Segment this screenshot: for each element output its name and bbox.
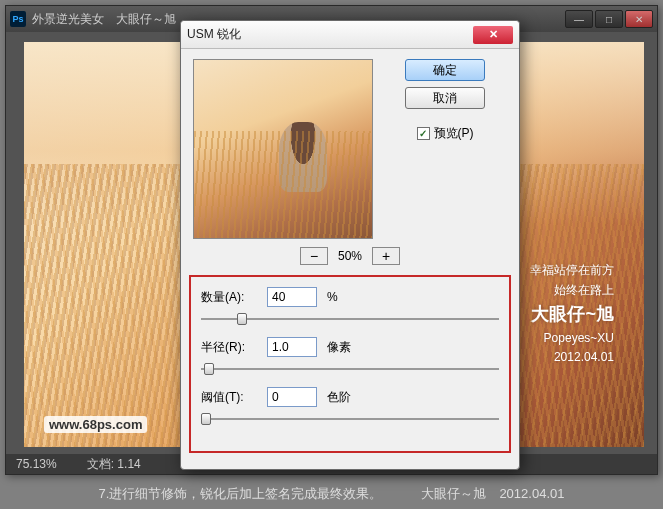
threshold-slider[interactable]: [201, 411, 499, 427]
photoshop-icon: Ps: [10, 11, 26, 27]
dialog-close-button[interactable]: ✕: [473, 26, 513, 44]
cancel-button[interactable]: 取消: [405, 87, 485, 109]
zoom-in-button[interactable]: +: [372, 247, 400, 265]
amount-slider[interactable]: [201, 311, 499, 327]
zoom-out-button[interactable]: −: [300, 247, 328, 265]
ok-button[interactable]: 确定: [405, 59, 485, 81]
watermark: www.68ps.com: [44, 416, 147, 433]
amount-label: 数量(A):: [201, 289, 261, 306]
radius-unit: 像素: [327, 339, 351, 356]
image-signature: 幸福站停在前方 始终在路上 大眼仔~旭 Popeyes~XU 2012.04.0…: [530, 261, 614, 367]
amount-unit: %: [327, 290, 338, 304]
minimize-button[interactable]: —: [565, 10, 593, 28]
threshold-input[interactable]: [267, 387, 317, 407]
dialog-titlebar[interactable]: USM 锐化 ✕: [181, 21, 519, 49]
preview-image[interactable]: [193, 59, 373, 239]
zoom-percent: 50%: [338, 249, 362, 263]
threshold-unit: 色阶: [327, 389, 351, 406]
radius-label: 半径(R):: [201, 339, 261, 356]
threshold-label: 阈值(T):: [201, 389, 261, 406]
radius-slider[interactable]: [201, 361, 499, 377]
preview-checkbox[interactable]: ✓: [417, 127, 430, 140]
preview-checkbox-row[interactable]: ✓ 预览(P): [417, 125, 474, 142]
usm-sharpen-dialog: USM 锐化 ✕ 确定 取消 ✓ 预览(P) − 50% + 数量(A):: [180, 20, 520, 470]
maximize-button[interactable]: □: [595, 10, 623, 28]
parameters-group: 数量(A): % 半径(R): 像素 阈值(T): 色阶: [189, 275, 511, 453]
zoom-level: 75.13%: [16, 457, 57, 471]
page-caption: 7.进行细节修饰，锐化后加上签名完成最终效果。 大眼仔～旭 2012.04.01: [0, 485, 663, 503]
close-button[interactable]: ✕: [625, 10, 653, 28]
amount-input[interactable]: [267, 287, 317, 307]
doc-size: 文档: 1.14: [87, 456, 141, 473]
preview-label: 预览(P): [434, 125, 474, 142]
radius-input[interactable]: [267, 337, 317, 357]
dialog-title: USM 锐化: [187, 26, 473, 43]
